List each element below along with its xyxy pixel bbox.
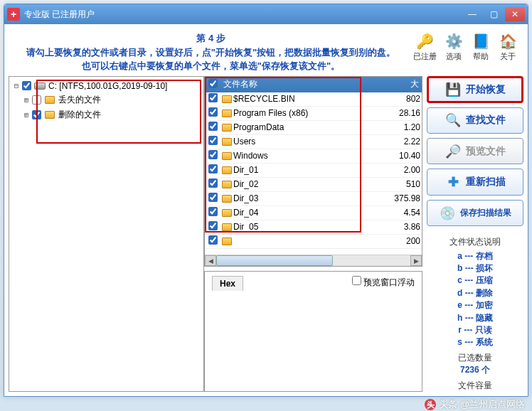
folder-icon (44, 110, 55, 119)
file-checkbox[interactable] (208, 221, 218, 230)
folder-icon (220, 181, 233, 188)
app-window: + 专业版 已注册用户 ― ▢ ✕ 第 4 步 请勾上要恢复的文件或者目录，设置… (4, 4, 528, 397)
watermark-icon: 头 (425, 399, 436, 410)
file-list: 文件名称 大 $RECYCLE.BIN 802 Program Files (x… (204, 76, 422, 267)
legend-item: h --- 隐藏 (427, 312, 523, 324)
window-title: 专业版 已注册用户 (24, 9, 461, 21)
folder-icon (220, 110, 233, 117)
folder-icon (220, 166, 233, 174)
maximize-button[interactable]: ▢ (484, 7, 504, 21)
lost-checkbox[interactable] (32, 95, 41, 105)
find-file-button[interactable]: 🔍 查找文件 (427, 107, 523, 134)
file-name[interactable]: ProgramData (233, 122, 390, 132)
file-size: 802 (390, 94, 422, 104)
plus-icon: ✚ (445, 174, 462, 191)
scroll-thumb[interactable] (216, 255, 333, 266)
file-name[interactable]: Dir_05 (233, 222, 390, 232)
file-checkbox[interactable] (208, 93, 218, 102)
preview-file-button[interactable]: 🔎 预览文件 (427, 138, 523, 164)
file-checkbox[interactable] (208, 107, 218, 117)
about-button[interactable]: 🏠 关于 (498, 31, 518, 62)
folder-icon (220, 95, 233, 103)
about-icon: 🏠 (498, 31, 518, 51)
file-size: 2.00 (390, 165, 422, 175)
file-row[interactable]: ProgramData 1.20 (205, 121, 422, 135)
file-name[interactable]: Users (233, 137, 390, 146)
save-disk-icon: 💾 (445, 81, 462, 98)
save-results-button[interactable]: 💿 保存扫描结果 (427, 200, 523, 226)
file-size: 1.20 (390, 122, 422, 132)
file-checkbox[interactable] (208, 150, 218, 159)
legend-item: r --- 只读 (427, 324, 523, 336)
expand-icon[interactable]: ⊞ (22, 96, 31, 104)
help-button[interactable]: 📘 帮助 (471, 31, 491, 62)
minimize-button[interactable]: ― (462, 7, 482, 21)
file-row[interactable]: Users 2.22 (205, 135, 422, 149)
legend-item: s --- 系统 (427, 336, 523, 348)
file-row[interactable]: Dir_04 4.54 (205, 206, 422, 220)
tree-root-drive[interactable]: ⊟ C: [NTFS,100.01G,2019-09-10] (12, 80, 201, 92)
file-checkbox[interactable] (208, 136, 218, 145)
float-preview-toggle[interactable]: 预览窗口浮动 (352, 276, 415, 291)
col-name[interactable]: 文件名称 (220, 78, 390, 90)
toolbar: 🔑 已注册 ⚙️ 选项 📘 帮助 🏠 关于 (413, 28, 523, 62)
file-name[interactable]: Dir_04 (233, 208, 390, 218)
file-name[interactable]: Dir_01 (233, 165, 390, 175)
scroll-left-icon[interactable]: ◀ (205, 255, 216, 266)
file-name[interactable]: Program Files (x86) (233, 108, 390, 118)
file-row[interactable]: Program Files (x86) 28.16 (205, 107, 422, 121)
float-checkbox[interactable] (352, 276, 361, 285)
start-recovery-button[interactable]: 💾 开始恢复 (427, 76, 523, 103)
drive-label[interactable]: C: [NTFS,100.01G,2019-09-10] (48, 81, 167, 91)
file-row[interactable]: 200 (205, 235, 422, 249)
watermark: 头 头条 @兰州启点网络 (425, 398, 525, 411)
hex-tab[interactable]: Hex (212, 276, 243, 291)
file-checkbox[interactable] (208, 122, 218, 131)
file-size: 510 (390, 179, 422, 189)
options-button[interactable]: ⚙️ 选项 (444, 31, 464, 62)
scroll-right-icon[interactable]: ▶ (410, 255, 422, 266)
file-name[interactable]: Dir_02 (233, 179, 390, 189)
close-button[interactable]: ✕ (505, 7, 525, 21)
file-name[interactable]: Windows (233, 151, 390, 161)
file-row[interactable]: $RECYCLE.BIN 802 (205, 92, 422, 107)
folder-icon (220, 152, 233, 160)
registered-icon: 🔑 (415, 31, 435, 51)
legend-item: b --- 损坏 (427, 262, 523, 274)
file-checkbox[interactable] (208, 193, 218, 202)
tree-node-lost[interactable]: ⊞ 丢失的文件 (22, 92, 201, 107)
file-name[interactable]: Dir_03 (233, 193, 390, 203)
horizontal-scrollbar[interactable]: ◀ ▶ (205, 255, 422, 266)
expand-icon[interactable]: ⊞ (22, 111, 31, 119)
file-row[interactable]: Dir_02 510 (205, 178, 422, 192)
file-row[interactable]: Windows 10.40 (205, 149, 422, 164)
file-row[interactable]: Dir_03 375.98 (205, 192, 422, 206)
file-checkbox[interactable] (208, 164, 218, 174)
selected-count-label: 已选数量 (427, 352, 523, 364)
file-checkbox[interactable] (208, 178, 218, 188)
expand-icon[interactable]: ⊟ (12, 82, 21, 90)
file-name[interactable]: $RECYCLE.BIN (233, 94, 390, 104)
folder-icon (220, 124, 233, 132)
file-checkbox[interactable] (208, 235, 218, 245)
help-icon: 📘 (471, 31, 491, 51)
legend-item: d --- 删除 (427, 287, 523, 299)
tree-node-deleted[interactable]: ⊞ 删除的文件 (22, 107, 201, 122)
deleted-checkbox[interactable] (32, 110, 41, 119)
select-all-checkbox[interactable] (208, 79, 218, 88)
registered-button[interactable]: 🔑 已注册 (413, 31, 437, 62)
file-row[interactable]: Dir_01 2.00 (205, 164, 422, 178)
drive-checkbox[interactable] (22, 81, 31, 90)
file-size: 3.86 (390, 222, 422, 232)
file-row[interactable]: Dir_05 3.86 (205, 220, 422, 235)
legend-item: a --- 存档 (427, 250, 523, 262)
rescan-button[interactable]: ✚ 重新扫描 (427, 169, 523, 195)
deleted-label[interactable]: 删除的文件 (58, 109, 101, 121)
folder-icon (44, 95, 55, 105)
file-size: 2.22 (390, 137, 422, 146)
file-checkbox[interactable] (208, 207, 218, 216)
preview-panel: Hex 预览窗口浮动 (204, 271, 422, 392)
folder-icon (220, 223, 233, 231)
col-size[interactable]: 大 (390, 78, 422, 90)
lost-label[interactable]: 丢失的文件 (58, 94, 101, 106)
